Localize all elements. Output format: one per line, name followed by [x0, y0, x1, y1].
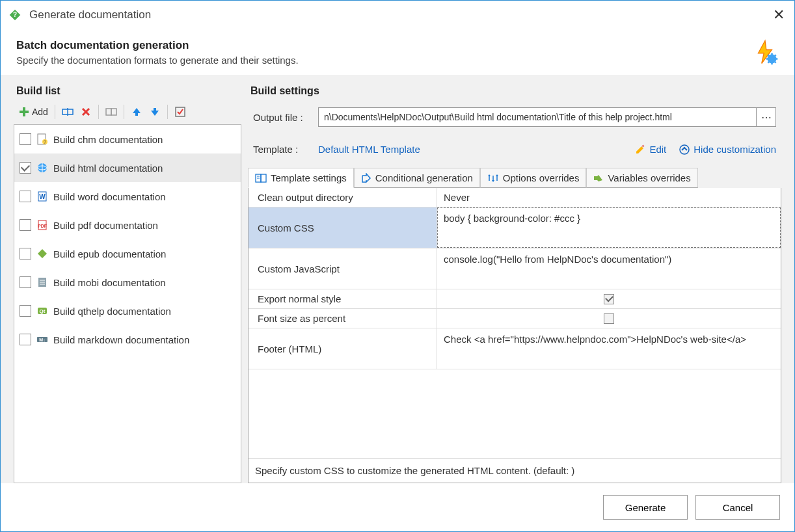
lightning-gear-icon [751, 38, 779, 66]
build-item[interactable]: QtBuild qthelp documentation [14, 297, 241, 325]
mobi-icon [36, 276, 48, 288]
build-item-label: Build word documentation [53, 191, 166, 202]
setting-checkbox[interactable] [604, 294, 614, 304]
content: Build list Add [1, 75, 794, 483]
setting-row[interactable]: Custom CSSbody { background-color: #ccc … [249, 207, 781, 248]
build-item[interactable]: ?Build chm documentation [14, 125, 241, 153]
output-file-browse-button[interactable]: ⋯ [757, 107, 776, 127]
template-label: Template : [253, 144, 318, 155]
dialog: ? Generate documentation ✕ Batch documen… [0, 0, 795, 532]
tab-variables-overrides[interactable]: Variables overrides [586, 168, 697, 188]
svg-marker-39 [636, 146, 643, 153]
tab-conditional-generation[interactable]: Conditional generation [354, 168, 480, 188]
word-icon: W [36, 191, 48, 202]
build-item[interactable]: M↓Build markdown documentation [14, 325, 241, 354]
tab-icon [487, 173, 499, 183]
hide-customization-button[interactable]: Hide customization [679, 144, 776, 155]
output-file-input[interactable] [318, 107, 757, 127]
build-settings-panel: Build settings Output file : ⋯ Template … [248, 80, 781, 483]
build-item-checkbox[interactable] [20, 248, 31, 259]
build-item-checkbox[interactable] [20, 219, 31, 231]
setting-value[interactable]: Never [437, 188, 781, 207]
svg-text:W: W [39, 193, 46, 200]
setting-value[interactable]: console.log("Hello from HelpNDoc's docum… [437, 248, 781, 289]
setting-row[interactable]: Font size as percent [249, 309, 781, 328]
svg-rect-16 [111, 109, 116, 115]
banner: Batch documentation generation Specify t… [1, 29, 794, 75]
banner-heading: Batch documentation generation [16, 39, 751, 52]
build-item-label: Build pdf documentation [53, 220, 158, 231]
build-item-checkbox[interactable] [20, 191, 31, 202]
dialog-footer: Generate Cancel [1, 483, 794, 531]
titlebar: ? Generate documentation ✕ [1, 1, 794, 29]
rename-button[interactable] [59, 103, 76, 120]
qt-icon: Qt [36, 305, 48, 317]
build-item[interactable]: PDFBuild pdf documentation [14, 211, 241, 239]
tab-options-overrides[interactable]: Options overrides [480, 168, 587, 188]
tab-template-settings[interactable]: Template settings [248, 168, 354, 188]
svg-marker-47 [488, 174, 491, 176]
settings-grid[interactable]: Clean output directoryNeverCustom CSSbod… [249, 188, 781, 369]
build-item-checkbox[interactable] [20, 305, 31, 317]
output-file-label: Output file : [253, 112, 318, 123]
dialog-title: Generate documentation [29, 8, 771, 21]
check-all-button[interactable] [172, 103, 189, 120]
close-button[interactable]: ✕ [771, 7, 787, 23]
settings-hint: Specify custom CSS to customize the gene… [249, 458, 781, 483]
pdf-icon: PDF [36, 219, 48, 231]
delete-button[interactable] [77, 103, 94, 120]
template-name-link[interactable]: Default HTML Template [318, 144, 420, 155]
svg-marker-51 [496, 174, 498, 176]
setting-checkbox[interactable] [604, 313, 614, 324]
svg-rect-10 [20, 111, 29, 113]
build-list-title: Build list [14, 80, 241, 103]
build-item-label: Build chm documentation [53, 134, 163, 145]
svg-marker-18 [151, 108, 159, 116]
html-icon [36, 162, 48, 174]
banner-subheading: Specify the documentation formats to gen… [16, 55, 751, 66]
tab-icon [255, 173, 267, 183]
build-item[interactable]: Build epub documentation [14, 239, 241, 268]
duplicate-button[interactable] [103, 103, 120, 120]
build-list-toolbar: Add [14, 103, 241, 124]
move-up-button[interactable] [128, 103, 145, 120]
build-item-checkbox[interactable] [20, 162, 31, 174]
collapse-icon [679, 144, 690, 155]
svg-text:M↓: M↓ [39, 338, 45, 342]
setting-row[interactable]: Footer (HTML)Check <a href="https://www.… [249, 328, 781, 369]
tab-icon [593, 173, 604, 183]
svg-text:?: ? [44, 140, 46, 144]
build-item-checkbox[interactable] [20, 276, 31, 288]
build-item-label: Build markdown documentation [53, 334, 189, 345]
setting-key: Export normal style [249, 289, 437, 308]
svg-rect-15 [106, 109, 111, 115]
tab-icon [361, 173, 371, 183]
app-icon: ? [8, 8, 21, 21]
build-item-label: Build epub documentation [53, 248, 166, 259]
add-button[interactable]: Add [16, 103, 51, 120]
build-item-label: Build qthelp documentation [53, 306, 171, 317]
build-item[interactable]: Build mobi documentation [14, 268, 241, 297]
epub-icon [36, 248, 48, 259]
build-item-checkbox[interactable] [20, 334, 31, 345]
setting-row[interactable]: Custom JavaScriptconsole.log("Hello from… [249, 248, 781, 289]
setting-value[interactable]: body { background-color: #ccc } [437, 207, 781, 248]
setting-value[interactable]: Check <a href="https://www.helpndoc.com"… [437, 328, 781, 369]
build-list[interactable]: ?Build chm documentationBuild html docum… [14, 124, 241, 483]
setting-key: Custom CSS [249, 207, 437, 248]
move-down-button[interactable] [146, 103, 163, 120]
setting-row[interactable]: Clean output directoryNever [249, 188, 781, 207]
md-icon: M↓ [36, 334, 48, 345]
generate-button[interactable]: Generate [603, 495, 688, 520]
svg-text:PDF: PDF [38, 224, 47, 228]
build-settings-title: Build settings [248, 80, 781, 103]
build-item-label: Build html documentation [53, 163, 163, 174]
setting-key: Custom JavaScript [249, 248, 437, 289]
cancel-button[interactable]: Cancel [695, 495, 780, 520]
build-item[interactable]: WBuild word documentation [14, 182, 241, 211]
build-item[interactable]: Build html documentation [14, 153, 241, 182]
pencil-icon [635, 144, 645, 155]
setting-row[interactable]: Export normal style [249, 289, 781, 309]
build-item-checkbox[interactable] [20, 133, 31, 145]
edit-template-button[interactable]: Edit [635, 144, 666, 155]
